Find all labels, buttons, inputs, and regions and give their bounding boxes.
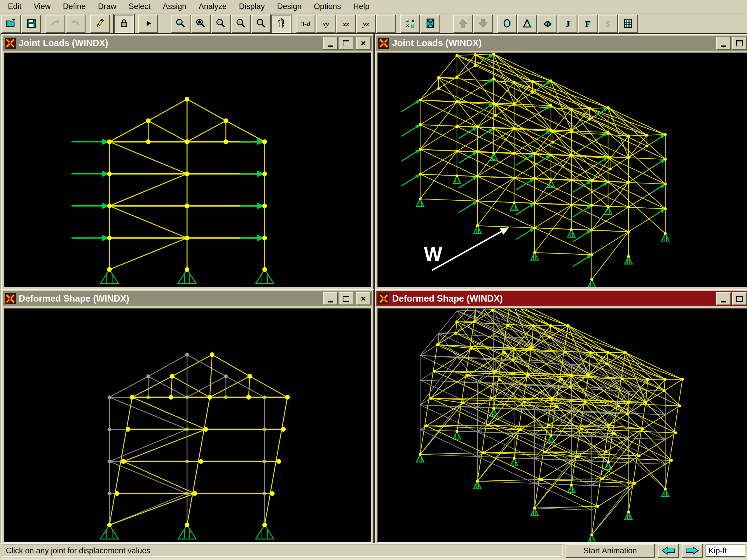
redo-button[interactable] (66, 15, 85, 33)
draw-ellipse-icon (501, 18, 513, 30)
window-titlebar[interactable]: Deformed Shape (WINDX) × (3, 291, 372, 306)
menu-item-edit[interactable]: Edit (2, 1, 28, 12)
app-icon (378, 37, 389, 49)
view-yz-button[interactable]: yz (356, 15, 376, 33)
window-joint-loads-3d: Joint Loads (WINDX) × W (375, 34, 747, 290)
perspective-button[interactable] (376, 15, 396, 33)
draw-triangle-button[interactable] (517, 15, 537, 33)
view-3d-button[interactable]: 3-d (295, 15, 315, 33)
show-axes-icon (425, 18, 436, 30)
menu-item-view[interactable]: View (28, 1, 57, 12)
undo-button[interactable] (46, 15, 66, 33)
move-up-button[interactable] (453, 15, 473, 33)
section-phi-button[interactable]: ΦΦ (538, 15, 557, 33)
view-yz-icon: yz (363, 20, 369, 28)
status-message: Click on any joint for displacement valu… (2, 544, 563, 557)
menu-item-define[interactable]: Define (57, 1, 92, 12)
show-tables-icon (622, 18, 634, 30)
menu-item-design[interactable]: Design (271, 1, 308, 12)
window-joint-loads-2d: Joint Loads (WINDX) × (1, 34, 374, 290)
minimize-button[interactable] (323, 37, 338, 50)
minimize-icon (721, 301, 726, 302)
shell-s-button[interactable]: SS (598, 15, 618, 33)
zoom-window-icon (175, 18, 186, 30)
zoom-previous-icon (215, 18, 227, 30)
maximize-button[interactable] (339, 37, 353, 50)
menu-bar: EditViewDefineDrawSelectAssignAnalyzeDis… (0, 0, 747, 14)
canvas-deformed-2d[interactable] (4, 308, 371, 543)
animation-next-button[interactable] (681, 544, 703, 558)
redo-icon (70, 18, 81, 30)
section-phi-icon: ΦΦ (544, 19, 551, 29)
view-xy-icon: xy (323, 20, 329, 28)
frame-f-button[interactable]: FF (578, 15, 598, 33)
minimize-button[interactable] (716, 37, 731, 50)
zoom-previous-button[interactable] (211, 15, 231, 33)
maximize-button[interactable] (732, 292, 747, 305)
move-up-icon (457, 18, 468, 30)
menu-item-draw[interactable]: Draw (92, 1, 123, 12)
app-icon (378, 293, 389, 304)
lock-button[interactable] (114, 15, 134, 33)
joint-loads-3d-drawing: W (378, 53, 747, 287)
units-dropdown[interactable]: Kip-ft (705, 544, 745, 557)
left-arrow-icon (661, 546, 676, 555)
run-button[interactable] (138, 15, 158, 33)
pan-button[interactable] (272, 15, 291, 33)
zoom-out-icon (256, 18, 267, 30)
close-icon: × (361, 38, 366, 48)
save-button[interactable] (21, 15, 41, 33)
status-bar: Click on any joint for displacement valu… (0, 543, 747, 558)
draw-ellipse-button[interactable] (497, 15, 517, 33)
maximize-button[interactable] (732, 37, 747, 50)
move-down-button[interactable] (473, 15, 493, 33)
lock-icon (119, 18, 130, 30)
maximize-button[interactable] (339, 292, 353, 305)
window-title: Deformed Shape (WINDX) (19, 293, 320, 304)
menu-item-assign[interactable]: Assign (157, 1, 192, 12)
close-icon: × (361, 293, 366, 304)
animation-prev-button[interactable] (658, 544, 679, 558)
minimize-button[interactable] (716, 292, 731, 305)
minimize-button[interactable] (323, 292, 338, 305)
menu-item-display[interactable]: Display (233, 1, 271, 12)
zoom-in-icon (235, 18, 247, 30)
menu-item-analyze[interactable]: Analyze (192, 1, 233, 12)
window-titlebar[interactable]: Joint Loads (WINDX) × (3, 35, 372, 51)
maximize-icon (343, 296, 349, 302)
menu-item-help[interactable]: Help (347, 1, 376, 12)
joint-loads-2d-drawing (4, 53, 371, 287)
minimize-icon (328, 46, 333, 47)
sap2000-application: { "menu": { "items": [ {"label": "Edit",… (0, 0, 747, 560)
pencil-button[interactable] (90, 15, 110, 33)
canvas-joint-loads-3d[interactable]: W (377, 53, 747, 287)
window-title: Deformed Shape (WINDX) (392, 293, 714, 304)
open-button[interactable] (1, 15, 21, 33)
show-tables-button[interactable] (618, 15, 638, 33)
save-icon (26, 18, 37, 30)
start-animation-button[interactable]: Start Animation (566, 544, 655, 558)
show-axes-button[interactable] (420, 15, 440, 33)
zoom-in-button[interactable] (231, 15, 251, 33)
minimize-icon (328, 301, 333, 302)
view-xz-button[interactable]: xz (336, 15, 356, 33)
zoom-window-button[interactable] (171, 15, 190, 33)
joint-j-button[interactable]: JJ (558, 15, 577, 33)
open-icon (5, 18, 17, 30)
zoom-out-button[interactable] (251, 15, 271, 33)
deformed-shape-2d-drawing (4, 309, 371, 542)
view-xy-button[interactable]: xy (316, 15, 336, 33)
close-button[interactable]: × (356, 37, 370, 50)
main-toolbar: 3-dxyxzyzΦΦJJFFSS (0, 14, 747, 35)
zoom-full-icon (195, 18, 206, 30)
zoom-full-button[interactable] (191, 15, 211, 33)
menu-item-options[interactable]: Options (308, 1, 347, 12)
window-title: Joint Loads (WINDX) (19, 38, 320, 48)
window-titlebar[interactable]: Joint Loads (WINDX) × (377, 35, 747, 51)
canvas-joint-loads-2d[interactable] (4, 53, 371, 287)
canvas-deformed-3d[interactable] (377, 308, 747, 543)
close-button[interactable]: × (356, 292, 370, 305)
menu-item-select[interactable]: Select (123, 1, 157, 12)
window-titlebar[interactable]: Deformed Shape (WINDX) × (377, 291, 747, 306)
shrink-elements-button[interactable] (400, 15, 420, 33)
